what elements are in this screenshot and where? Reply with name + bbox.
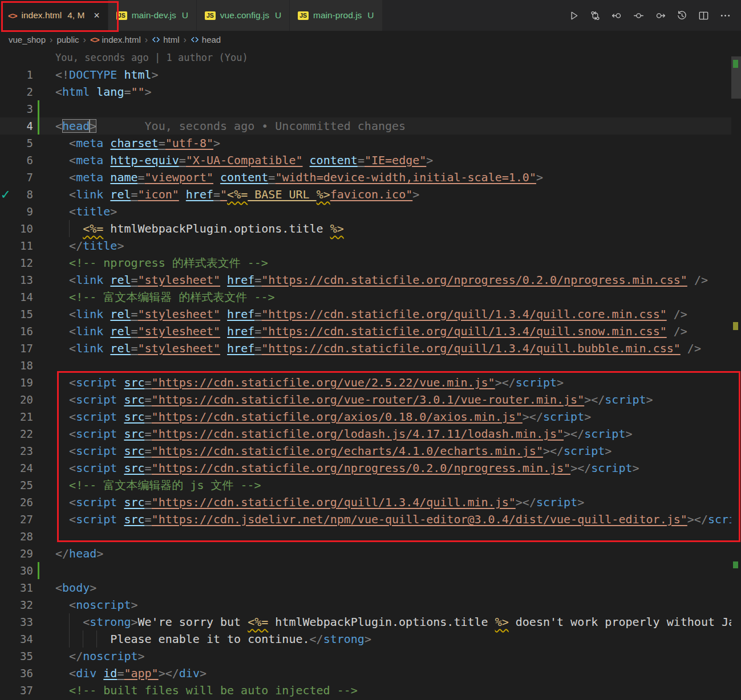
gutter[interactable]: 14 bbox=[0, 288, 55, 306]
code-text[interactable]: <!-- 富文本编辑器的 js 文件 --> bbox=[55, 477, 741, 494]
gutter[interactable]: 12 bbox=[0, 254, 55, 271]
code-text[interactable]: <script src="https://cdn.staticfile.org/… bbox=[55, 374, 741, 391]
tab-vue.config.js[interactable]: JSvue.config.jsU bbox=[197, 0, 289, 31]
code-text[interactable]: </noscript> bbox=[55, 648, 741, 665]
code-text[interactable]: <meta charset="utf-8"> bbox=[55, 135, 741, 152]
git-compare-icon[interactable] bbox=[588, 8, 603, 23]
code-text[interactable] bbox=[55, 528, 741, 545]
tab-main-prod.js[interactable]: JSmain-prod.jsU bbox=[290, 0, 382, 31]
gutter[interactable]: 25 bbox=[0, 477, 55, 494]
code-text[interactable]: <strong>We're sorry but <%= htmlWebpackP… bbox=[55, 613, 741, 630]
check-icon: ✓ bbox=[1, 186, 10, 203]
code-text[interactable]: <meta http-equiv="X-UA-Compatible" conte… bbox=[55, 152, 741, 169]
tab-main-dev.js[interactable]: JSmain-dev.jsU bbox=[108, 0, 196, 31]
code-text[interactable]: <script src="https://cdn.staticfile.org/… bbox=[55, 459, 741, 477]
gutter[interactable]: 5 bbox=[0, 135, 55, 152]
open-changes-icon[interactable] bbox=[631, 8, 646, 23]
code-text[interactable]: <noscript> bbox=[55, 596, 741, 613]
git-change-bar[interactable] bbox=[38, 117, 39, 135]
breadcrumb-item-public[interactable]: public bbox=[56, 35, 79, 44]
code-text[interactable]: <link rel="icon" href="<%= BASE_URL %>fa… bbox=[55, 186, 741, 203]
code-text[interactable]: <div id="app"></div> bbox=[55, 665, 741, 682]
run-icon[interactable] bbox=[566, 8, 581, 23]
breadcrumb-item-index.html[interactable]: <>index.html bbox=[90, 35, 141, 44]
gutter[interactable]: 26 bbox=[0, 494, 55, 511]
code-text[interactable]: </head> bbox=[55, 545, 741, 562]
breadcrumb-item-vue_shop[interactable]: vue_shop bbox=[9, 35, 46, 44]
code-text[interactable] bbox=[55, 100, 741, 117]
gutter[interactable]: 16 bbox=[0, 323, 55, 340]
gutter[interactable]: 4 bbox=[0, 117, 55, 135]
split-editor-icon[interactable] bbox=[696, 8, 711, 23]
gutter[interactable]: 7 bbox=[0, 169, 55, 186]
gutter[interactable]: 33 bbox=[0, 613, 55, 630]
gutter[interactable]: 22 bbox=[0, 425, 55, 442]
tab-index.html[interactable]: <>index.html4, M× bbox=[0, 0, 108, 31]
gutter[interactable]: 10 bbox=[0, 220, 55, 237]
code-text[interactable]: <!DOCTYPE html> bbox=[55, 66, 741, 83]
gutter[interactable]: 21 bbox=[0, 408, 55, 425]
code-text[interactable]: <link rel="stylesheet" href="https://cdn… bbox=[55, 271, 741, 288]
codelens-blame[interactable]: You, seconds ago | 1 author (You) bbox=[55, 49, 741, 66]
close-tab-icon[interactable]: × bbox=[94, 10, 100, 22]
code-text[interactable]: <script src="https://cdn.staticfile.org/… bbox=[55, 442, 741, 459]
code-text[interactable]: </title> bbox=[55, 237, 741, 254]
code-text[interactable]: <!-- 富文本编辑器 的样式表文件 --> bbox=[55, 288, 741, 306]
code-text[interactable]: <link rel="stylesheet" href="https://cdn… bbox=[55, 323, 741, 340]
code-text[interactable]: <script src="https://cdn.staticfile.org/… bbox=[55, 425, 741, 442]
gutter[interactable]: 9 bbox=[0, 203, 55, 220]
code-text[interactable]: <body> bbox=[55, 579, 741, 596]
gutter[interactable]: ✓8 bbox=[0, 186, 55, 203]
open-previous-change-icon[interactable] bbox=[609, 8, 625, 23]
gutter[interactable]: 35 bbox=[0, 648, 55, 665]
gutter[interactable]: 30 bbox=[0, 562, 55, 579]
editor[interactable]: You, seconds ago | 1 author (You)1<!DOCT… bbox=[0, 48, 741, 700]
code-text[interactable]: <script src="https://cdn.staticfile.org/… bbox=[55, 408, 741, 425]
gutter[interactable]: 27 bbox=[0, 511, 55, 528]
gutter[interactable]: 31 bbox=[0, 579, 55, 596]
gutter[interactable]: 20 bbox=[0, 391, 55, 408]
syntax-token: Please enable it to continue. bbox=[55, 632, 310, 646]
code-text[interactable]: <head> You, seconds ago • Uncommitted ch… bbox=[55, 117, 741, 135]
gutter[interactable]: 24 bbox=[0, 459, 55, 477]
code-text[interactable]: <meta name="viewport" content="width=dev… bbox=[55, 169, 741, 186]
code-text[interactable]: <script src="https://cdn.staticfile.org/… bbox=[55, 494, 741, 511]
gutter[interactable]: 11 bbox=[0, 237, 55, 254]
gutter[interactable]: 29 bbox=[0, 545, 55, 562]
git-change-bar[interactable] bbox=[38, 100, 39, 117]
gutter[interactable]: 28 bbox=[0, 528, 55, 545]
gutter[interactable]: 37 bbox=[0, 682, 55, 699]
gutter[interactable]: 32 bbox=[0, 596, 55, 613]
breadcrumb-item-head[interactable]: head bbox=[191, 35, 221, 44]
code-text[interactable]: <link rel="stylesheet" href="https://cdn… bbox=[55, 306, 741, 323]
code-text[interactable]: <title> bbox=[55, 203, 741, 220]
gutter[interactable]: 18 bbox=[0, 357, 55, 374]
code-text[interactable]: <%= htmlWebpackPlugin.options.title %> bbox=[55, 220, 741, 237]
gutter[interactable]: 1 bbox=[0, 66, 55, 83]
code-text[interactable]: <!-- built files will be auto injected -… bbox=[55, 682, 741, 699]
gutter[interactable]: 19 bbox=[0, 374, 55, 391]
gutter[interactable]: 13 bbox=[0, 271, 55, 288]
code-text[interactable]: <html lang=""> bbox=[55, 83, 741, 100]
code-text[interactable]: <!-- nprogress 的样式表文件 --> bbox=[55, 254, 741, 271]
gutter[interactable]: 34 bbox=[0, 630, 55, 648]
code-text[interactable]: Please enable it to continue.</strong> bbox=[55, 630, 741, 648]
code-text[interactable]: <link rel="stylesheet" href="https://cdn… bbox=[55, 340, 741, 357]
gutter[interactable]: 23 bbox=[0, 442, 55, 459]
code-text[interactable] bbox=[55, 562, 741, 579]
gutter[interactable]: 3 bbox=[0, 100, 55, 117]
git-change-bar[interactable] bbox=[38, 562, 39, 579]
code-text[interactable]: <script src="https://cdn.jsdelivr.net/np… bbox=[55, 511, 741, 528]
code-text[interactable]: <script src="https://cdn.staticfile.org/… bbox=[55, 391, 741, 408]
scrollbar[interactable] bbox=[731, 48, 741, 700]
gutter[interactable]: 6 bbox=[0, 152, 55, 169]
gutter[interactable]: 17 bbox=[0, 340, 55, 357]
code-text[interactable] bbox=[55, 357, 741, 374]
more-actions-icon[interactable] bbox=[718, 8, 733, 23]
gutter[interactable]: 36 bbox=[0, 665, 55, 682]
breadcrumb-item-html[interactable]: html bbox=[152, 35, 179, 44]
gutter[interactable]: 15 bbox=[0, 306, 55, 323]
gutter[interactable]: 2 bbox=[0, 83, 55, 100]
file-history-icon[interactable] bbox=[674, 8, 690, 23]
open-next-change-icon[interactable] bbox=[653, 8, 668, 23]
